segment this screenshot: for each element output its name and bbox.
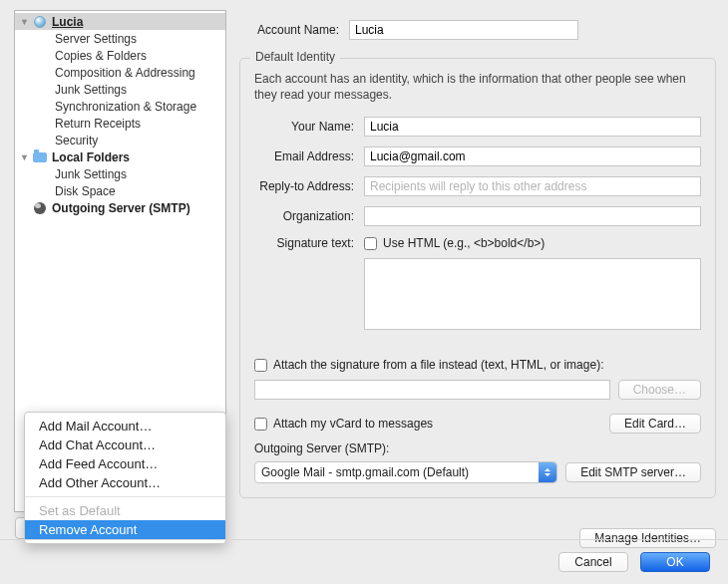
folder-icon	[33, 152, 47, 162]
disclosure-triangle-icon[interactable]: ▼	[19, 17, 30, 27]
menu-add-mail[interactable]: Add Mail Account…	[25, 417, 225, 436]
your-name-label: Your Name:	[254, 120, 364, 134]
signature-path-field[interactable]	[254, 380, 610, 400]
your-name-field[interactable]	[364, 117, 701, 137]
smtp-selected-value: Google Mail - smtp.gmail.com (Default)	[261, 465, 469, 479]
account-actions-menu: Add Mail Account… Add Chat Account… Add …	[24, 412, 226, 544]
sidebar-item-junk[interactable]: Junk Settings	[15, 81, 225, 98]
menu-add-other[interactable]: Add Other Account…	[25, 473, 225, 492]
attach-signature-checkbox[interactable]	[254, 359, 267, 372]
sidebar-item-security[interactable]: Security	[15, 132, 225, 148]
outgoing-server[interactable]: Outgoing Server (SMTP)	[15, 199, 225, 216]
reply-label: Reply-to Address:	[254, 179, 364, 193]
account-settings-window: ▼ Lucia Server Settings Copies & Folders…	[0, 0, 728, 584]
account-lucia[interactable]: ▼ Lucia	[15, 13, 225, 30]
signature-label: Signature text:	[254, 236, 364, 250]
reply-field[interactable]	[364, 176, 701, 196]
outgoing-label: Outgoing Server (SMTP)	[52, 200, 190, 215]
local-folders-label: Local Folders	[52, 149, 130, 164]
globe-icon	[34, 16, 46, 28]
use-html-label: Use HTML (e.g., <b>bold</b>)	[383, 236, 545, 250]
account-name-label: Account Name:	[239, 23, 349, 37]
edit-card-button[interactable]: Edit Card…	[609, 414, 701, 434]
attach-vcard-label: Attach my vCard to messages	[273, 417, 433, 431]
menu-remove-account[interactable]: Remove Account	[25, 520, 225, 539]
signature-textarea[interactable]	[364, 258, 701, 330]
cancel-button[interactable]: Cancel	[558, 552, 628, 572]
smtp-section-label: Outgoing Server (SMTP):	[254, 441, 701, 455]
sidebar-item-disk-space[interactable]: Disk Space	[15, 182, 225, 199]
disclosure-triangle-icon[interactable]: ▼	[19, 152, 30, 162]
account-title: Lucia	[52, 14, 83, 29]
sidebar-item-composition[interactable]: Composition & Addressing	[15, 64, 225, 81]
menu-add-chat[interactable]: Add Chat Account…	[25, 436, 225, 454]
menu-set-default: Set as Default	[25, 501, 225, 520]
email-field[interactable]	[364, 146, 701, 166]
default-identity-group: Default Identity Each account has an ide…	[239, 58, 716, 498]
local-folders[interactable]: ▼ Local Folders	[15, 148, 225, 165]
ok-button[interactable]: OK	[640, 552, 710, 572]
sidebar-item-sync[interactable]: Synchronization & Storage	[15, 98, 225, 115]
menu-add-feed[interactable]: Add Feed Account…	[25, 454, 225, 473]
sidebar-item-local-junk[interactable]: Junk Settings	[15, 165, 225, 182]
email-label: Email Address:	[254, 149, 364, 163]
groupbox-legend: Default Identity	[250, 50, 340, 64]
select-indicator-icon	[539, 462, 556, 482]
use-html-checkbox[interactable]	[364, 237, 377, 250]
attach-vcard-checkbox[interactable]	[254, 418, 267, 431]
sidebar-item-copies-folders[interactable]: Copies & Folders	[15, 47, 225, 64]
sidebar-item-server-settings[interactable]: Server Settings	[15, 30, 225, 47]
right-pane: Account Name: Default Identity Each acco…	[239, 20, 716, 498]
menu-separator	[25, 496, 225, 497]
organization-field[interactable]	[364, 206, 701, 226]
account-name-field[interactable]	[349, 20, 578, 40]
attach-signature-label: Attach the signature from a file instead…	[273, 358, 603, 372]
identity-hint: Each account has an identity, which is t…	[254, 71, 701, 103]
smtp-select[interactable]: Google Mail - smtp.gmail.com (Default)	[254, 461, 557, 483]
choose-button[interactable]: Choose…	[618, 380, 701, 400]
organization-label: Organization:	[254, 209, 364, 223]
sidebar-item-return-receipts[interactable]: Return Receipts	[15, 115, 225, 132]
server-icon	[34, 202, 46, 214]
dialog-footer: Cancel OK	[0, 539, 728, 584]
edit-smtp-button[interactable]: Edit SMTP server…	[565, 462, 701, 482]
